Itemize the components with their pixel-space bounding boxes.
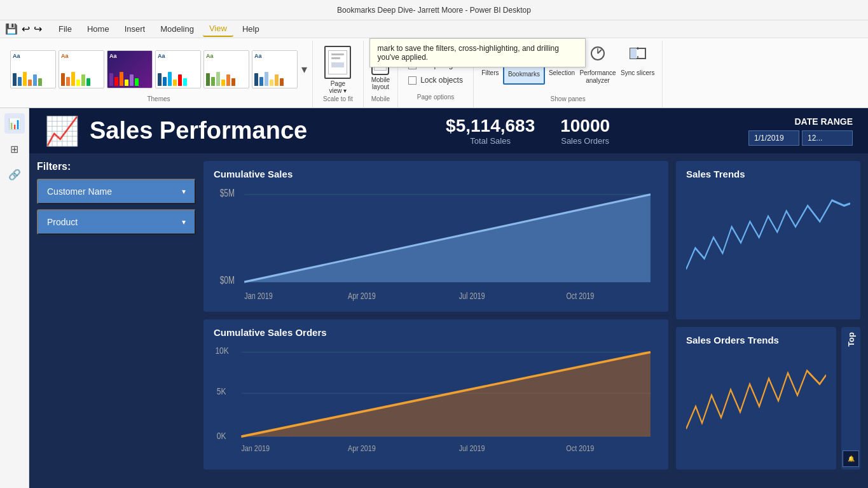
sync-slicers-icon	[629, 45, 647, 67]
date-range-section: DATE RANGE	[748, 116, 853, 146]
cumulative-sales-chart: $5M $0M Jan 2019 Apr 2019	[214, 185, 658, 304]
theme-tile-6[interactable]: Aa	[252, 50, 298, 88]
sales-trends-body	[686, 185, 850, 312]
date-start-input[interactable]	[748, 130, 799, 146]
menu-file[interactable]: File	[52, 22, 78, 36]
ribbon-tooltip-text: mark to save the filters, cross-highligh…	[378, 44, 559, 62]
dash-header: 📈 Sales Performance $5,114,683 Total Sal…	[29, 108, 868, 153]
svg-text:Apr 2019: Apr 2019	[348, 443, 376, 453]
top-section: Top 🔔	[841, 327, 860, 470]
selection-pane-label: Selection	[549, 69, 575, 76]
date-inputs	[748, 130, 853, 146]
sales-orders-trends-body	[686, 351, 826, 463]
mobile-label: Mobile	[371, 95, 390, 105]
sales-orders-label: Sales Orders	[560, 136, 610, 146]
cumulative-sales-orders-card: Cumulative Sales Orders 10K 5K 0K	[203, 319, 668, 470]
customer-name-chevron: ▾	[182, 187, 186, 196]
sales-trends-card: Sales Trends	[676, 161, 860, 319]
svg-rect-12	[630, 48, 637, 59]
theme-tile-3[interactable]: Aa	[107, 50, 153, 88]
sales-orders-value: 10000	[560, 116, 610, 136]
product-label: Product	[47, 217, 78, 227]
menu-view[interactable]: View	[203, 21, 233, 37]
themes-more-btn[interactable]: ▾	[301, 62, 307, 76]
customer-name-filter[interactable]: Customer Name ▾	[37, 179, 196, 204]
cumulative-sales-body: $5M $0M Jan 2019 Apr 2019	[214, 185, 658, 304]
dash-chart-icon: 📈	[45, 117, 79, 145]
svg-text:$5M: $5M	[220, 187, 235, 199]
svg-text:Jul 2019: Jul 2019	[459, 443, 485, 453]
theme-tile-5[interactable]: Aa	[203, 50, 249, 88]
save-icon[interactable]: 💾	[5, 23, 18, 35]
svg-text:5K: 5K	[217, 386, 226, 396]
svg-line-9	[598, 50, 602, 53]
performance-icon	[589, 45, 607, 67]
date-end-input[interactable]	[802, 130, 853, 146]
page-options-label: Page options	[408, 94, 463, 103]
left-sidebar: 📊 ⊞ 🔗	[0, 108, 29, 488]
cumulative-sales-title: Cumulative Sales	[214, 169, 658, 179]
svg-text:Jan 2019: Jan 2019	[244, 291, 273, 301]
title-text: Bookmarks Deep Dive- Jarrett Moore - Pow…	[337, 6, 531, 15]
theme-tile-2[interactable]: Aa	[59, 50, 104, 88]
theme-tile-4[interactable]: Aa	[155, 50, 201, 88]
page-view-btn[interactable]: Pageview ▾	[324, 46, 351, 94]
app-wrapper: 📊 ⊞ 🔗 📈 Sales Performance $5,114,683 Tot…	[0, 108, 868, 488]
orders-trends-chart	[686, 351, 826, 463]
customer-name-label: Customer Name	[47, 186, 112, 197]
redo-icon[interactable]: ↪	[34, 23, 42, 35]
cumulative-sales-card: Cumulative Sales $5M $0M	[203, 161, 668, 312]
page-view-label: Pageview ▾	[329, 80, 347, 94]
svg-text:0K: 0K	[217, 431, 226, 441]
menu-insert[interactable]: Insert	[118, 22, 152, 36]
total-sales-value: $5,114,683	[446, 116, 535, 136]
sidebar-model-icon[interactable]: 🔗	[4, 164, 25, 185]
sales-trends-chart	[686, 185, 850, 312]
lock-objects-label: Lock objects	[420, 76, 463, 85]
svg-text:Jan 2019: Jan 2019	[241, 443, 270, 453]
cumulative-orders-chart: 10K 5K 0K Jan 2019	[214, 343, 658, 463]
product-filter[interactable]: Product ▾	[37, 209, 196, 235]
total-sales-metric: $5,114,683 Total Sales	[446, 116, 535, 146]
themes-section: Aa Aa	[5, 41, 313, 108]
menu-modeling[interactable]: Modeling	[154, 22, 200, 36]
sync-slicers-pane-label: Sync slicers	[621, 69, 654, 77]
lock-objects-checkbox[interactable]: Lock objects	[408, 76, 463, 85]
date-range-label: DATE RANGE	[794, 116, 853, 127]
dashboard: 📈 Sales Performance $5,114,683 Total Sal…	[29, 108, 868, 488]
sales-orders-trends-card: Sales Orders Trends	[676, 327, 836, 470]
charts-area: Cumulative Sales $5M $0M	[203, 161, 668, 470]
filters-title: Filters:	[37, 161, 196, 172]
total-sales-label: Total Sales	[446, 136, 535, 146]
sidebar-report-icon[interactable]: 📊	[4, 113, 25, 134]
product-chevron: ▾	[182, 218, 186, 227]
show-panes-label: Show panes	[479, 95, 658, 105]
subscribe-badge[interactable]: 🔔	[843, 450, 859, 467]
dash-title-area: 📈 Sales Performance	[45, 117, 307, 145]
sync-slicers-pane-btn[interactable]: Sync slicers	[621, 45, 654, 85]
themes-label: Themes	[10, 95, 307, 105]
sales-trends-title: Sales Trends	[686, 169, 850, 179]
dash-metrics: $5,114,683 Total Sales 10000 Sales Order…	[446, 116, 610, 146]
ribbon: Aa Aa	[0, 38, 868, 108]
ribbon-tooltip: mark to save the filters, cross-highligh…	[369, 38, 586, 67]
top-label: Top	[846, 332, 856, 347]
themes-row: Aa Aa	[10, 43, 307, 95]
sales-orders-trends-title: Sales Orders Trends	[686, 335, 826, 345]
dash-title: Sales Performance	[90, 117, 307, 144]
menu-help[interactable]: Help	[236, 22, 266, 36]
cumulative-sales-orders-body: 10K 5K 0K Jan 2019	[214, 343, 658, 463]
sidebar-data-icon[interactable]: ⊞	[4, 139, 25, 159]
filters-pane-label: Filters	[481, 69, 499, 76]
svg-text:10K: 10K	[215, 345, 229, 356]
right-charts: Sales Trends Sales Orders Trends	[676, 161, 860, 470]
undo-icon[interactable]: ↩	[22, 23, 30, 35]
performance-pane-label: Performance analyzer	[579, 69, 617, 85]
svg-text:$0M: $0M	[220, 275, 235, 286]
menu-home[interactable]: Home	[81, 22, 116, 36]
title-bar: Bookmarks Deep Dive- Jarrett Moore - Pow…	[0, 0, 868, 20]
theme-tile-1[interactable]: Aa	[10, 50, 56, 88]
svg-text:Jul 2019: Jul 2019	[459, 291, 485, 301]
dash-body: Filters: Customer Name ▾ Product ▾ Cumul…	[29, 153, 868, 477]
page-view-section: Pageview ▾ Scale to fit	[313, 41, 364, 108]
